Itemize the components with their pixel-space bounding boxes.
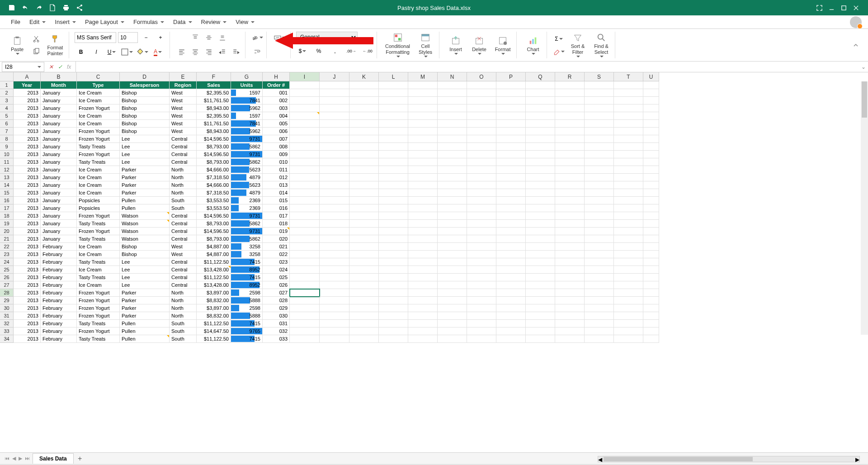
cell[interactable] [585,274,614,281]
align-right-icon[interactable] [203,46,215,58]
cell[interactable] [526,135,555,143]
cell[interactable] [438,181,467,189]
conditional-formatting-button[interactable]: Conditional Formatting [382,31,413,59]
tab-nav-prev-icon[interactable]: ◀ [11,456,17,461]
cell[interactable] [526,112,555,120]
cell[interactable]: January [41,197,77,204]
cell[interactable] [643,220,659,228]
cell[interactable] [467,89,496,97]
cell[interactable] [320,297,349,304]
cell[interactable]: 2369 [231,197,263,204]
cell[interactable] [614,220,643,228]
cell[interactable] [349,220,379,228]
cell[interactable] [614,174,643,181]
cell[interactable] [643,297,659,304]
cell[interactable]: 8952 [231,266,263,274]
close-icon[interactable] [853,5,859,11]
accept-formula-icon[interactable]: ✓ [57,64,63,70]
cell[interactable] [408,251,438,258]
cell[interactable] [320,335,349,343]
cell[interactable]: Central [170,212,197,220]
select-all-corner[interactable] [0,72,14,81]
cell[interactable] [349,104,379,112]
cell[interactable] [290,243,320,251]
cell[interactable] [379,274,408,281]
cell[interactable]: $4,887.00 [197,251,231,258]
fx-icon[interactable]: fx [66,64,72,70]
cell[interactable] [349,128,379,135]
col-header[interactable]: O [467,72,496,81]
indent-increase-icon[interactable] [230,46,242,58]
percent-icon[interactable]: % [312,45,325,57]
cell[interactable] [320,89,349,97]
indent-decrease-icon[interactable] [216,46,229,58]
cell[interactable]: $4,666.00 [197,166,231,174]
cell[interactable] [349,228,379,235]
cell[interactable]: 2013 [14,104,41,112]
cell[interactable] [555,174,585,181]
new-doc-icon[interactable] [49,4,56,11]
cell[interactable] [467,258,496,266]
cell[interactable] [496,335,526,343]
cell[interactable] [438,174,467,181]
cell[interactable] [467,158,496,166]
cell[interactable] [438,235,467,243]
cell[interactable] [643,266,659,274]
cell[interactable]: 005 [263,120,290,128]
cell[interactable] [320,228,349,235]
cell[interactable] [614,197,643,204]
cell[interactable]: 2013 [14,258,41,266]
cell[interactable]: January [41,174,77,181]
cell[interactable]: Parker [120,174,170,181]
cell[interactable] [643,212,659,220]
cell[interactable] [320,266,349,274]
cell[interactable]: 7415 [231,320,263,327]
cell[interactable]: 004 [263,112,290,120]
cell[interactable]: Bishop [120,97,170,104]
row-header[interactable]: 23 [0,251,14,258]
cell[interactable] [290,304,320,312]
cell[interactable] [614,281,643,289]
cell[interactable]: 9731 [231,151,263,158]
cell[interactable] [643,327,659,335]
cell[interactable]: Parker [120,304,170,312]
cell[interactable] [438,120,467,128]
col-header[interactable]: D [120,72,170,81]
menu-formulas[interactable]: Formulas [129,16,169,28]
cell[interactable]: South [170,335,197,343]
cell[interactable] [408,274,438,281]
cell[interactable] [643,104,659,112]
row-header[interactable]: 4 [0,104,14,112]
row-header[interactable]: 7 [0,128,14,135]
cell[interactable] [379,120,408,128]
cell[interactable]: Month [41,81,77,89]
cell[interactable] [320,327,349,335]
cell[interactable] [438,304,467,312]
cell[interactable]: Tasty Treats [77,320,120,327]
col-header[interactable]: R [555,72,585,81]
cell[interactable] [614,135,643,143]
cell[interactable]: $3,897.00 [197,289,231,297]
cell[interactable] [496,327,526,335]
cell[interactable] [614,251,643,258]
cell[interactable] [438,266,467,274]
insert-button[interactable]: Insert [445,34,467,57]
cell[interactable]: Parker [120,312,170,320]
cell[interactable] [349,81,379,89]
cell[interactable] [290,312,320,320]
cell[interactable]: Parker [120,181,170,189]
horizontal-scrollbar[interactable]: ◀▶ [598,456,860,462]
cell[interactable] [408,197,438,204]
cell[interactable] [643,135,659,143]
cell[interactable]: Tasty Treats [77,258,120,266]
cell[interactable] [585,112,614,120]
cell[interactable] [349,204,379,212]
cell[interactable] [526,274,555,281]
cell[interactable] [438,128,467,135]
cell[interactable] [555,97,585,104]
cell[interactable]: 031 [263,320,290,327]
cell[interactable] [526,181,555,189]
cell[interactable]: Tasty Treats [77,274,120,281]
cell[interactable]: South [170,327,197,335]
cell[interactable]: Central [170,235,197,243]
